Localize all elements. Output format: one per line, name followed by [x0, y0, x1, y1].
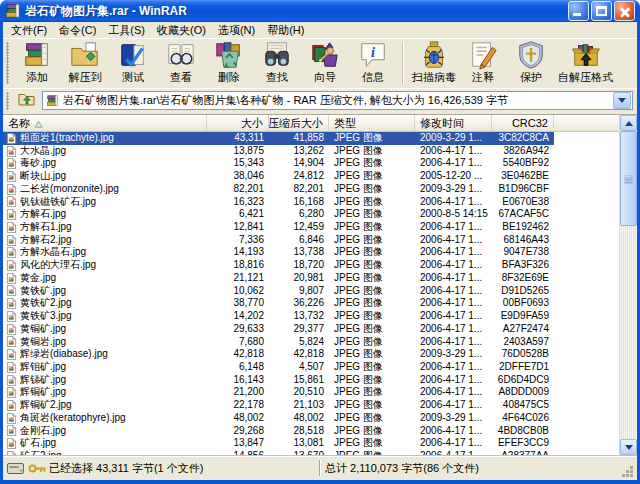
file-name: 角斑岩(keratophyre).jpg — [20, 412, 126, 425]
toolbar-button-info[interactable]: i信息 — [349, 39, 397, 83]
client-area: 文件(F)命令(C)工具(S)收藏夹(O)选项(N)帮助(H) 添加解压到测试查… — [3, 22, 637, 480]
file-name: 辉绿岩(diabase).jpg — [20, 348, 108, 361]
column-header-crc[interactable]: CRC32 — [492, 115, 554, 132]
table-row[interactable]: 方解石.jpg6,4216,280JPEG 图像2000-8-5 14:1567… — [3, 208, 554, 221]
comment-icon — [468, 40, 498, 70]
table-row[interactable]: 二长岩(monzonite).jpg82,20182,201JPEG 图像200… — [3, 183, 554, 196]
table-row[interactable]: 断块山.jpg38,04624,812JPEG 图像2005-12-20 ...… — [3, 170, 554, 183]
table-row[interactable]: 黄铁矿2.jpg38,77036,226JPEG 图像2006-4-17 1..… — [3, 297, 554, 310]
cell-name: 矿石.jpg — [3, 437, 207, 450]
column-header-row: 名称大小压缩后大小类型修改时间CRC32 — [3, 115, 619, 132]
archive-path-combobox[interactable]: 岩石矿物图片集.rar\岩石矿物图片集\各种矿物 - RAR 压缩文件, 解包大… — [42, 91, 633, 110]
cell-modified: 2006-4-17 1... — [415, 437, 492, 450]
maximize-icon — [596, 6, 607, 16]
table-row[interactable]: 黄金.jpg21,12120,981JPEG 图像2006-4-17 1...8… — [3, 272, 554, 285]
close-button[interactable] — [614, 1, 635, 21]
cell-size: 14,202 — [207, 310, 269, 323]
toolbar-button-delete[interactable]: 删除 — [205, 39, 253, 83]
table-row[interactable]: 辉铜矿.jpg21,20020,510JPEG 图像2006-4-17 1...… — [3, 386, 554, 399]
toolbar-button-scan[interactable]: 扫描病毒 — [409, 39, 459, 83]
table-row[interactable]: 黄铜岩.jpg7,6805,824JPEG 图像2006-4-17 1...24… — [3, 336, 554, 349]
cell-packed: 4,507 — [269, 361, 329, 374]
table-row[interactable]: 辉钼矿.jpg6,1484,507JPEG 图像2006-4-17 1...2D… — [3, 361, 554, 374]
scroll-down-button[interactable] — [620, 439, 637, 455]
vertical-scrollbar[interactable] — [619, 115, 637, 455]
folder-up-icon — [18, 91, 35, 110]
cell-size: 82,201 — [207, 183, 269, 196]
selection-status-text: 已经选择 43,311 字节(1 个文件) — [49, 461, 203, 476]
jpeg-file-icon — [6, 413, 17, 424]
cell-crc: 4F64C026 — [492, 412, 554, 425]
file-name: 黄金.jpg — [20, 272, 56, 285]
table-row[interactable]: 矿石.jpg13,84713,081JPEG 图像2006-4-17 1...E… — [3, 437, 554, 450]
minimize-button[interactable] — [568, 1, 589, 21]
key-icon — [28, 463, 47, 474]
cell-modified: 2006-4-17 1... — [415, 310, 492, 323]
menu-item-favorites[interactable]: 收藏夹(O) — [151, 23, 212, 38]
resize-grip[interactable] — [630, 474, 633, 477]
toolbar-button-wizard[interactable]: 向导 — [301, 39, 349, 83]
jpeg-file-icon — [6, 311, 17, 322]
menu-item-options[interactable]: 选项(N) — [212, 23, 261, 38]
cell-name: 断块山.jpg — [3, 170, 207, 183]
menu-item-tools[interactable]: 工具(S) — [102, 23, 151, 38]
toolbar-button-extract[interactable]: 解压到 — [61, 39, 109, 83]
table-row[interactable]: 黄铜矿.jpg29,63329,377JPEG 图像2006-4-17 1...… — [3, 323, 554, 336]
toolbar-button-add[interactable]: 添加 — [13, 39, 61, 83]
menu-item-commands[interactable]: 命令(C) — [53, 23, 102, 38]
table-row[interactable]: 大水晶.jpg13,87513,262JPEG 图像2006-4-17 1...… — [3, 145, 554, 158]
table-row[interactable]: 风化的大理石.jpg18,81618,720JPEG 图像2006-4-17 1… — [3, 259, 554, 272]
column-header-name[interactable]: 名称 — [3, 115, 207, 132]
file-name: 辉锑矿.jpg — [20, 374, 66, 387]
table-row[interactable]: 辉锑矿.jpg16,14315,861JPEG 图像2006-4-17 1...… — [3, 374, 554, 387]
up-directory-button[interactable] — [13, 91, 39, 110]
scroll-up-button[interactable] — [620, 115, 637, 131]
table-row[interactable]: 方解石1.jpg12,84112,459JPEG 图像2006-4-17 1..… — [3, 221, 554, 234]
toolbar-button-view[interactable]: 查看 — [157, 39, 205, 83]
table-row[interactable]: 金刚石.jpg29,26828,518JPEG 图像2006-4-17 1...… — [3, 425, 554, 438]
cell-packed: 5,824 — [269, 336, 329, 349]
file-name: 大水晶.jpg — [20, 145, 66, 158]
combobox-dropdown-button[interactable] — [613, 92, 631, 109]
table-row[interactable]: 方解石2.jpg7,3366,846JPEG 图像2006-4-17 1...6… — [3, 234, 554, 247]
column-header-packed[interactable]: 压缩后大小 — [269, 115, 329, 132]
table-row[interactable]: 钒钛磁铁矿石.jpg16,32316,168JPEG 图像2006-4-17 1… — [3, 196, 554, 209]
cell-crc: A27F2474 — [492, 323, 554, 336]
cell-packed: 9,807 — [269, 285, 329, 298]
table-row[interactable]: 黄铁矿.jpg10,0629,807JPEG 图像2006-4-17 1...D… — [3, 285, 554, 298]
toolbar-button-label: 查看 — [170, 71, 192, 83]
table-row[interactable]: 黄铁矿3.jpg14,20213,732JPEG 图像2006-4-17 1..… — [3, 310, 554, 323]
cell-packed: 20,981 — [269, 272, 329, 285]
toolbar-button-test[interactable]: 测试 — [109, 39, 157, 83]
addressbar-gripper[interactable] — [6, 92, 9, 110]
maximize-button[interactable] — [591, 1, 612, 21]
cell-crc: 67ACAF5C — [492, 208, 554, 221]
toolbar-button-comment[interactable]: 注释 — [459, 39, 507, 83]
cell-packed: 28,518 — [269, 425, 329, 438]
cell-modified: 2009-3-29 1... — [415, 183, 492, 196]
table-row[interactable]: 辉绿岩(diabase).jpg42,81842,818JPEG 图像2009-… — [3, 348, 554, 361]
table-row[interactable]: 角斑岩(keratophyre).jpg48,00248,002JPEG 图像2… — [3, 412, 554, 425]
table-row[interactable]: 方解水晶石.jpg14,19313,738JPEG 图像2006-4-17 1.… — [3, 246, 554, 259]
cell-crc: 408475C5 — [492, 399, 554, 412]
menu-item-file[interactable]: 文件(F) — [5, 23, 53, 38]
scrollbar-thumb[interactable] — [620, 131, 637, 226]
column-header-type[interactable]: 类型 — [329, 115, 415, 132]
column-header-modified[interactable]: 修改时间 — [415, 115, 492, 132]
cell-size: 7,680 — [207, 336, 269, 349]
table-row[interactable]: 粗面岩1(trachyte).jpg43,31141,858JPEG 图像200… — [3, 132, 554, 145]
cell-type: JPEG 图像 — [329, 208, 415, 221]
cell-name: 粗面岩1(trachyte).jpg — [3, 132, 207, 145]
toolbar-button-sfx[interactable]: 自解压格式 — [555, 39, 616, 83]
toolbar-button-protect[interactable]: 保护 — [507, 39, 555, 83]
file-name: 黄铁矿3.jpg — [20, 310, 72, 323]
table-row[interactable]: 辉铜矿2.jpg22,17821,103JPEG 图像2006-4-17 1..… — [3, 399, 554, 412]
cell-type: JPEG 图像 — [329, 437, 415, 450]
menu-item-help[interactable]: 帮助(H) — [261, 23, 310, 38]
toolbar-button-find[interactable]: 查找 — [253, 39, 301, 83]
table-row[interactable]: 毒砂.jpg15,34314,904JPEG 图像2006-4-17 1...5… — [3, 157, 554, 170]
cell-modified: 2006-4-17 1... — [415, 374, 492, 387]
toolbar-gripper[interactable] — [6, 42, 9, 84]
column-header-size[interactable]: 大小 — [207, 115, 269, 132]
scrollbar-track[interactable] — [620, 131, 637, 439]
